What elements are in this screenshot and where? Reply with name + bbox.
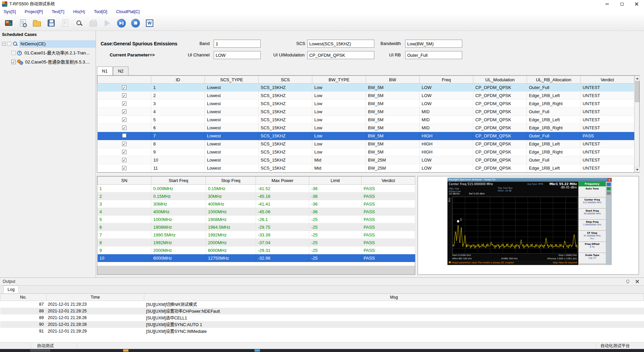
result-column-header[interactable]: Start Freq xyxy=(151,177,206,185)
tab-n1[interactable]: N1 xyxy=(97,67,113,75)
output-close-icon[interactable] xyxy=(635,279,639,283)
case-row[interactable]: 7LowestSCS_15KHZLowBW_5MHIGHCP_OFDM_QPSK… xyxy=(98,132,634,140)
menu-his[interactable]: His(H) xyxy=(69,8,89,15)
scroll-up-button[interactable] xyxy=(635,76,640,81)
menu-sys[interactable]: Sys[S] xyxy=(0,8,19,15)
word-export-button[interactable]: W xyxy=(143,16,156,30)
result-column-header[interactable]: SN xyxy=(98,177,151,185)
bandwidth-input[interactable] xyxy=(405,40,462,48)
open-button[interactable] xyxy=(30,16,44,30)
case-row[interactable]: 5LowestSCS_15KHZLowBW_5MMIDCP_OFDM_QPSKE… xyxy=(98,116,634,124)
case-column-header[interactable]: Verdict xyxy=(581,76,634,84)
row-checkbox[interactable] xyxy=(122,133,126,138)
menu-cloudplat[interactable]: CloudPlat[C] xyxy=(112,8,143,15)
scroll-down-button[interactable] xyxy=(635,167,640,172)
tree-item-case01[interactable]: 01.Case01-最大功率(6.2.1-Tran... xyxy=(0,48,96,57)
case-row[interactable]: 3LowestSCS_15KHZLowBW_5MLOWCP_OFDM_QPSKE… xyxy=(98,100,634,108)
row-checkbox[interactable] xyxy=(122,142,126,146)
tree-item-root[interactable]: NrDemo(CE) xyxy=(0,39,96,48)
result-cell: -36 xyxy=(309,185,362,192)
result-row[interactable]: 71990.5MHz1992MHz-33.39-25PASS xyxy=(98,231,415,239)
case-column-header[interactable]: Freq xyxy=(420,76,473,84)
close-button[interactable] xyxy=(629,0,644,8)
ui-rb-input[interactable] xyxy=(405,51,462,59)
row-checkbox[interactable] xyxy=(122,93,126,98)
row-checkbox[interactable] xyxy=(122,150,126,154)
softkey-freq-offset: Freq Offset0 Hz xyxy=(578,242,606,253)
case-column-header[interactable]: ID xyxy=(151,76,205,84)
case-column-header[interactable]: UL_RB_Allocation xyxy=(527,76,581,84)
root-checkbox[interactable] xyxy=(7,42,11,46)
menu-tool[interactable]: Tool[O] xyxy=(90,8,111,15)
result-row[interactable]: 20.15MHz30MHz-45.16-36PASS xyxy=(98,192,415,200)
case-column-header[interactable]: BW xyxy=(366,76,420,84)
case-row[interactable]: 6LowestSCS_15KHZLowBW_5MMIDCP_OFDM_QPSKE… xyxy=(98,124,634,132)
scroll-thumb[interactable] xyxy=(635,81,639,102)
ui-channel-input[interactable] xyxy=(214,51,261,59)
result-row[interactable]: 4400MHz1000MHz-45.06-36PASS xyxy=(98,208,415,216)
case-row[interactable]: 4LowestSCS_15KHZLowBW_5MMIDCP_OFDM_QPSKO… xyxy=(98,108,634,116)
minimize-button[interactable] xyxy=(600,0,614,8)
case-row[interactable]: 8LowestSCS_15KHZLowBW_5MHIGHCP_OFDM_QPSK… xyxy=(98,140,634,148)
expander-icon[interactable] xyxy=(2,42,6,46)
result-row[interactable]: 92000MHz6000MHz-29.31-25PASS xyxy=(98,247,415,254)
project-button[interactable] xyxy=(16,16,30,30)
tree-item-case05[interactable]: 02.Case05-普通杂散发射(6.5.3.... xyxy=(0,57,96,67)
result-row[interactable]: 61908MHz1964.5MHz-29.75-25PASS xyxy=(98,223,415,231)
stop-button[interactable] xyxy=(129,16,142,30)
row-checkbox[interactable] xyxy=(122,101,126,106)
case-column-header[interactable]: BW_TYPE xyxy=(312,76,366,84)
menu-test[interactable]: Test[T] xyxy=(48,8,68,15)
softkey-extra: Man xyxy=(579,237,606,239)
case-grid-scrollbar[interactable] xyxy=(634,76,639,172)
step-button[interactable] xyxy=(115,16,128,30)
row-checkbox[interactable] xyxy=(122,158,126,162)
row-checkbox[interactable] xyxy=(122,118,126,122)
case-column-header[interactable]: SCS_TYPE xyxy=(205,76,259,84)
case-row[interactable]: 10LowestSCS_15KHZMidBW_25MLOWCP_OFDM_QPS… xyxy=(98,156,634,164)
case01-checkbox[interactable] xyxy=(11,51,16,55)
case-cell: BW_5M xyxy=(366,116,420,124)
log-column-header[interactable]: Time xyxy=(47,294,144,301)
log-row[interactable]: 902021-12-01 21:28:28[SU][UXM]设置SYNC:AUT… xyxy=(0,321,644,328)
case-row[interactable]: 11LowestSCS_15KHZMidBW_25MLOWCP_OFDM_QPS… xyxy=(98,164,634,172)
row-checkbox[interactable] xyxy=(122,126,126,130)
log-row[interactable]: 882021-12-01 21:28:25[SU][UXM]设置功率CHPowe… xyxy=(0,308,644,314)
case-column-header[interactable]: UL_Modulation xyxy=(473,76,527,84)
softkey-label: Scale Type xyxy=(579,254,606,257)
preview-button[interactable] xyxy=(72,16,86,30)
log-row[interactable]: 892021-12-01 21:28:26[SU][UXM]选中CELL1 xyxy=(0,314,644,321)
save-button[interactable] xyxy=(44,16,58,30)
row-checkbox[interactable] xyxy=(122,166,126,170)
band-input[interactable] xyxy=(214,40,261,48)
result-row[interactable]: 81992MHz2000MHz-37.04-25PASS xyxy=(98,239,415,247)
row-checkbox[interactable] xyxy=(122,109,126,114)
case-column-header[interactable] xyxy=(98,76,151,84)
log-column-header[interactable]: No. xyxy=(0,294,47,301)
case-cell: 3 xyxy=(151,100,205,108)
result-column-header[interactable]: Limit xyxy=(309,177,362,185)
menu-project[interactable]: Project[P] xyxy=(21,8,47,15)
result-row[interactable]: 330MHz400MHz-41.41-36PASS xyxy=(98,200,415,208)
system-button[interactable] xyxy=(2,16,15,30)
log-column-header[interactable]: Msg xyxy=(144,294,644,301)
case-row[interactable]: 9LowestSCS_15KHZLowBW_5MHIGHCP_OFDM_QPSK… xyxy=(98,148,634,156)
maximize-button[interactable] xyxy=(614,0,629,8)
case-row[interactable]: 2LowestSCS_15KHZLowBW_5MLOWCP_OFDM_QPSKE… xyxy=(98,92,634,100)
result-cell: PASS xyxy=(362,192,415,200)
result-row[interactable]: 10.009MHz0.15MHz-41.52-36PASS xyxy=(98,185,415,192)
result-column-header[interactable]: Max Power xyxy=(256,177,309,185)
case05-checkbox[interactable] xyxy=(11,60,16,64)
tab-n2[interactable]: N2 xyxy=(113,67,129,75)
pin-icon[interactable] xyxy=(626,279,630,283)
row-checkbox[interactable] xyxy=(122,85,126,90)
log-row[interactable]: 872021-12-01 21:28:23[SU][UXM]切换NR测试模式 xyxy=(0,301,644,308)
log-row[interactable]: 912021-12-01 21:28:29[SU][UXM]设置SYNC:IMM… xyxy=(0,328,644,335)
tab-log[interactable]: Log xyxy=(3,285,19,293)
result-column-header[interactable]: Verdict xyxy=(362,177,415,185)
case-row[interactable]: 1LowestSCS_15KHZLowBW_5MLOWCP_OFDM_QPSKO… xyxy=(98,84,634,92)
result-row[interactable]: 51000MHz1908MHz-26.1-25PASS xyxy=(98,216,415,223)
result-column-header[interactable]: Stop Freq xyxy=(206,177,256,185)
result-row[interactable]: 106000MHz12750MHz-32.96-25PASS xyxy=(98,254,415,262)
case-column-header[interactable]: SCS xyxy=(259,76,312,84)
